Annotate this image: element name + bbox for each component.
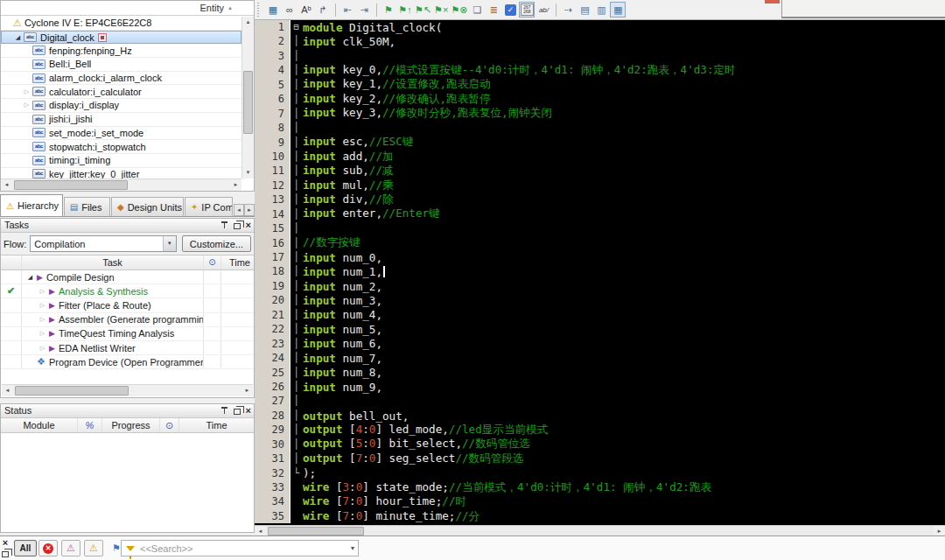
- macro-icon[interactable]: ≣: [486, 2, 501, 18]
- expander-closed-icon[interactable]: ▷: [38, 302, 47, 309]
- replace-icon[interactable]: Aᵇ: [298, 2, 314, 18]
- filter-critical-warnings-button[interactable]: ⚠: [61, 540, 80, 556]
- tree-row[interactable]: ▷abcdisplay:i_display: [1, 99, 242, 113]
- filter-errors-button[interactable]: ✕: [38, 540, 58, 556]
- chevron-down-icon[interactable]: ▾: [351, 544, 354, 552]
- task-row[interactable]: ◢▶Compile Design: [1, 270, 254, 284]
- scroll-down-icon[interactable]: ▼: [242, 167, 254, 178]
- code-line[interactable]: 33wire [3:0] state_mode;//当前模式，4'd0:计时，4…: [255, 480, 945, 494]
- filter-warnings-button[interactable]: ⚠: [84, 540, 103, 556]
- fold-block-icon[interactable]: ▤: [577, 2, 592, 18]
- code-line[interactable]: 23│input num_6,: [255, 337, 945, 351]
- task-row[interactable]: ❖Program Device (Open Programmer): [1, 355, 254, 369]
- tree-row[interactable]: abcjishi:i_jishi: [1, 113, 242, 127]
- expander-closed-icon[interactable]: ▷: [22, 88, 32, 95]
- task-row[interactable]: ▷▶Fitter (Place & Route): [1, 298, 254, 312]
- insert-file-icon[interactable]: ❏: [469, 2, 485, 18]
- comment-icon[interactable]: ab/: [536, 2, 551, 18]
- expander-closed-icon[interactable]: ▷: [38, 316, 47, 323]
- tab-hierarchy[interactable]: ⚠Hierarchy: [0, 194, 63, 216]
- code-line[interactable]: 35wire [7:0] minute_time;//分: [255, 509, 945, 523]
- code-line[interactable]: 12│input mul,//乘: [255, 178, 945, 192]
- tab-ip-components[interactable]: ✦IP Compon: [185, 197, 233, 216]
- find-icon[interactable]: ∞: [282, 2, 298, 18]
- code-line[interactable]: 10│input add,//加: [255, 150, 945, 164]
- percent-column-header[interactable]: %: [78, 418, 102, 432]
- tree-row[interactable]: abcalarm_clock:i_alarm_clock: [1, 72, 242, 86]
- expander-closed-icon[interactable]: ▷: [38, 330, 47, 337]
- tree-row[interactable]: abcstopwatch:i_stopwatch: [1, 140, 242, 154]
- bookmark-toggle-icon[interactable]: ⚑: [381, 2, 396, 18]
- float-icon[interactable]: [234, 223, 241, 229]
- code-line[interactable]: 7│input key_3,//修改时分秒,跑表复位,闹钟关闭: [255, 107, 945, 121]
- code-line[interactable]: 26│input num_9,: [255, 380, 945, 394]
- tree-row[interactable]: abcfenping:fenping_Hz: [1, 44, 242, 58]
- code-line[interactable]: 25│input num_8,: [255, 366, 945, 380]
- close-icon[interactable]: ×: [3, 538, 8, 547]
- scroll-left-icon[interactable]: ◄: [2, 385, 13, 396]
- bookmark-next-icon[interactable]: ⚑↑: [397, 2, 413, 18]
- code-line[interactable]: 31│output [7:0] seg_select//数码管段选: [255, 452, 945, 466]
- expander-open-icon[interactable]: ◢: [25, 274, 35, 281]
- scroll-up-icon[interactable]: ▲: [242, 17, 254, 28]
- vscroll-thumb[interactable]: [243, 71, 253, 134]
- progress-column-header[interactable]: Progress: [102, 418, 160, 432]
- pin-icon[interactable]: [220, 220, 228, 229]
- code-line[interactable]: 2│input clk_50M,: [255, 34, 945, 48]
- bookmark-delete-all-icon[interactable]: ⚑⊗: [450, 2, 468, 18]
- task-row[interactable]: ▷▶Assembler (Generate programming files): [1, 313, 254, 327]
- entity-column-header[interactable]: Entity▲: [1, 1, 254, 16]
- code-line[interactable]: 30│output [5:0] bit_select,//数码管位选: [255, 438, 945, 452]
- task-row[interactable]: ✔▷▶Analysis & Synthesis: [1, 284, 254, 298]
- float-icon[interactable]: [2, 551, 9, 557]
- code-line[interactable]: 28│output bell_out,: [255, 409, 945, 423]
- code-line[interactable]: 8│: [255, 121, 945, 135]
- check-syntax-icon[interactable]: ✓: [502, 2, 518, 18]
- navigator-vscrollbar[interactable]: ▲ ▼: [242, 17, 254, 178]
- tab-files[interactable]: ▤Files: [64, 197, 110, 216]
- code-line[interactable]: 16│//数字按键: [255, 236, 945, 250]
- code-line[interactable]: 21│input num_4,: [255, 308, 945, 322]
- code-line[interactable]: 18│input num_1,: [255, 264, 945, 278]
- task-column-header[interactable]: Task: [22, 256, 203, 270]
- code-line[interactable]: 5│input key_1,//设置修改,跑表启动: [255, 78, 945, 92]
- float-icon[interactable]: [234, 409, 241, 415]
- code-line[interactable]: 4│input key_0,//模式设置按键--4'd0:计时，4'd1: 闹钟…: [255, 63, 945, 77]
- tree-row[interactable]: abcset_mode:i_set_mode: [1, 127, 242, 141]
- tab-scroll-buttons[interactable]: ◄►: [234, 204, 255, 216]
- tab-scroll-left-icon[interactable]: ◄: [234, 204, 244, 216]
- code-line[interactable]: 19│input num_2,: [255, 279, 945, 293]
- expander-closed-icon[interactable]: ▷: [38, 288, 47, 295]
- editor-window-icon[interactable]: ▦: [265, 2, 281, 18]
- close-icon[interactable]: ×: [246, 406, 251, 415]
- code-line[interactable]: 20│input num_3,: [255, 293, 945, 307]
- bookmark-prev-icon[interactable]: ⚑↖: [414, 2, 432, 18]
- line-numbers-icon[interactable]: 267268: [519, 2, 535, 18]
- code-area[interactable]: 1⊟module Digital_clock(2│input clk_50M,3…: [255, 20, 945, 525]
- code-line[interactable]: 14│input enter,//Enter键: [255, 207, 945, 221]
- tab-scroll-right-icon[interactable]: ►: [244, 204, 255, 216]
- goto-matching-icon[interactable]: ⇢: [560, 2, 576, 18]
- code-line[interactable]: 34wire [7:0] hour_time;//时: [255, 494, 945, 508]
- task-row[interactable]: ▷▶EDA Netlist Writer: [1, 341, 254, 355]
- tasks-hscrollbar[interactable]: ◄ ►: [2, 384, 253, 396]
- unindent-icon[interactable]: ⇤: [340, 2, 355, 18]
- code-line[interactable]: 27│: [255, 394, 945, 408]
- hscroll-thumb[interactable]: [15, 386, 129, 396]
- task-row[interactable]: ▷▶TimeQuest Timing Analysis: [1, 327, 254, 341]
- expander-open-icon[interactable]: ◢: [13, 34, 23, 41]
- code-line[interactable]: 22│input num_5,: [255, 322, 945, 336]
- goto-icon[interactable]: ↱: [315, 2, 331, 18]
- indent-icon[interactable]: ⇥: [356, 2, 372, 18]
- scroll-right-icon[interactable]: ►: [242, 385, 253, 396]
- hscroll-thumb[interactable]: [268, 527, 364, 536]
- tree-row[interactable]: ▷abccalculator:i_calculator: [1, 85, 242, 99]
- fold-all-icon[interactable]: ▥: [593, 2, 609, 18]
- code-line[interactable]: 9│input esc,//ESC键: [255, 136, 945, 150]
- scroll-right-icon[interactable]: ►: [230, 179, 242, 191]
- bookmark-delete-icon[interactable]: ⚑×: [433, 2, 449, 18]
- code-line[interactable]: 6│input key_2,//修改确认,跑表暂停: [255, 92, 945, 106]
- code-line[interactable]: 3│: [255, 49, 945, 63]
- customize-button[interactable]: Customize...: [182, 235, 251, 252]
- tree-row[interactable]: abckey_jitter:key_0_jitter: [1, 168, 242, 178]
